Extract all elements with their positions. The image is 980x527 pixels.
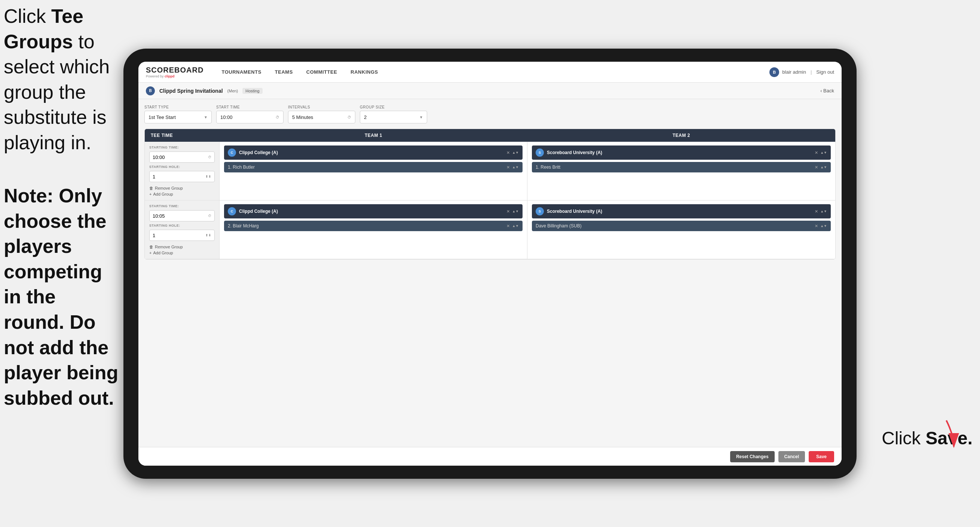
config-row: Start Type 1st Tee Start ▼ Start Time 10… [145, 105, 835, 123]
intervals-select[interactable]: 5 Minutes ⏱ [288, 111, 355, 123]
clippd-label: clippd [165, 75, 175, 78]
start-time-clock-icon: ⏱ [276, 115, 279, 119]
group2-team2-avatar: S [536, 207, 544, 215]
group1-team1: C Clippd College (A) ✕ ▲▼ 1. Rich Butler [220, 142, 527, 200]
group1-team1-card-left: C Clippd College (A) [228, 148, 278, 157]
intervals-clock-icon: ⏱ [347, 115, 351, 119]
group-row-1: STARTING TIME: 10:00 ⏱ STARTING HOLE: 1 … [145, 142, 835, 200]
note-bold: Only choose the players competing in the… [4, 185, 118, 409]
tee-table: Tee Time Team 1 Team 2 STARTING TIME: 10… [145, 129, 835, 260]
group-size-label: Group Size [360, 105, 427, 109]
group2-team2-card[interactable]: S Scoreboard University (A) ✕ ▲▼ [532, 204, 831, 218]
group2-team2-remove-icon[interactable]: ✕ [815, 209, 818, 214]
group2-team2-card-right: ✕ ▲▼ [815, 209, 827, 214]
scoreboard-logo: SCOREBOARD [146, 66, 204, 75]
group2-team2-card-left: S Scoreboard University (A) [536, 207, 602, 215]
nav-tournaments[interactable]: TOURNAMENTS [215, 62, 268, 83]
group2-team2-player-chevron-icon: ▲▼ [820, 224, 827, 228]
group2-team2-player-remove-icon[interactable]: ✕ [815, 224, 818, 229]
group2-start-time-input[interactable]: 10:05 ⏱ [149, 210, 215, 221]
start-type-arrow: ▼ [204, 115, 208, 119]
group2-team2-player-right: ✕ ▲▼ [815, 224, 827, 229]
hosting-badge: Hosting [242, 88, 262, 94]
start-time-label: Start Time [216, 105, 283, 109]
powered-by-label: Powered by [146, 75, 165, 78]
sub-header-left: B Clippd Spring Invitational (Men) Hosti… [146, 86, 262, 96]
back-button[interactable]: ‹ Back [820, 88, 834, 94]
nav-teams[interactable]: TEAMS [268, 62, 300, 83]
group2-add-button[interactable]: + Add Group [149, 251, 215, 255]
nav-items: TOURNAMENTS TEAMS COMMITTEE RANKINGS [215, 62, 769, 83]
group1-team2-card-left: S Scoreboard University (A) [536, 148, 602, 157]
intervals-label: Intervals [288, 105, 355, 109]
group-section-1: STARTING TIME: 10:00 ⏱ STARTING HOLE: 1 … [145, 142, 835, 201]
group2-hole-arrow: ⬆⬇ [205, 233, 212, 237]
group2-team1-card-right: ✕ ▲▼ [506, 209, 519, 214]
plus-icon: + [149, 192, 151, 196]
group1-team1-remove-icon[interactable]: ✕ [506, 150, 510, 155]
group1-team2-player-remove-icon[interactable]: ✕ [815, 165, 818, 170]
navbar: SCOREBOARD Powered by clippd TOURNAMENTS… [138, 62, 842, 83]
group2-team1-chevron-icon: ▲▼ [512, 209, 519, 213]
tournament-name: Clippd Spring Invitational [159, 88, 223, 94]
group2-team1-player-remove-icon[interactable]: ✕ [506, 224, 510, 229]
group1-team1-name: Clippd College (A) [239, 150, 278, 155]
group-size-value: 2 [364, 115, 367, 120]
tournament-avatar: B [146, 86, 155, 96]
note-text: Note: Only choose the players competing … [4, 183, 120, 411]
group1-start-time-input[interactable]: 10:00 ⏱ [149, 151, 215, 163]
group1-actions: 🗑 Remove Group + Add Group [149, 186, 215, 196]
group1-team1-avatar: C [228, 148, 236, 157]
group1-team2-player-card[interactable]: 1. Rees Britt ✕ ▲▼ [532, 162, 831, 172]
group1-start-time-value: 10:00 [153, 154, 165, 160]
start-type-select[interactable]: 1st Tee Start ▼ [145, 111, 212, 123]
nav-rankings[interactable]: RANKINGS [344, 62, 385, 83]
save-button[interactable]: Save [809, 451, 834, 462]
group2-team1-player-card[interactable]: 2. Blair McHarg ✕ ▲▼ [224, 221, 523, 231]
cancel-button[interactable]: Cancel [778, 451, 805, 462]
tablet-screen: SCOREBOARD Powered by clippd TOURNAMENTS… [138, 62, 842, 466]
group2-team2-player-card[interactable]: Dave Billingham (SUB) ✕ ▲▼ [532, 221, 831, 231]
group1-start-hole-value: 1 [153, 174, 155, 180]
group1-remove-button[interactable]: 🗑 Remove Group [149, 186, 215, 190]
start-time-select[interactable]: 10:00 ⏱ [216, 111, 283, 123]
group1-team1-player-remove-icon[interactable]: ✕ [506, 165, 510, 170]
start-type-value: 1st Tee Start [148, 115, 176, 120]
start-time-group: Start Time 10:00 ⏱ [216, 105, 283, 123]
group1-add-button[interactable]: + Add Group [149, 192, 215, 196]
group-size-group: Group Size 2 ▼ [360, 105, 427, 123]
trash-icon: 🗑 [149, 186, 153, 190]
group2-team1-remove-icon[interactable]: ✕ [506, 209, 510, 214]
group1-team2-chevron-icon: ▲▼ [820, 151, 827, 154]
group1-team2-player-right: ✕ ▲▼ [815, 165, 827, 170]
group1-team2-remove-icon[interactable]: ✕ [815, 150, 818, 155]
group-section-2: STARTING TIME: 10:05 ⏱ STARTING HOLE: 1 … [145, 201, 835, 259]
start-type-label: Start Type [145, 105, 212, 109]
group2-remove-label: Remove Group [155, 245, 183, 249]
group2-team1-card[interactable]: C Clippd College (A) ✕ ▲▼ [224, 204, 523, 218]
group2-start-hole-input[interactable]: 1 ⬆⬇ [149, 230, 215, 241]
group2-team1-name: Clippd College (A) [239, 209, 278, 214]
group1-team1-player-name: 1. Rich Butler [228, 165, 255, 170]
group1-team2-card[interactable]: S Scoreboard University (A) ✕ ▲▼ [532, 145, 831, 160]
tablet-frame: SCOREBOARD Powered by clippd TOURNAMENTS… [123, 49, 857, 479]
group-row-2: STARTING TIME: 10:05 ⏱ STARTING HOLE: 1 … [145, 201, 835, 259]
gender-badge: (Men) [228, 89, 238, 93]
group2-remove-button[interactable]: 🗑 Remove Group [149, 245, 215, 249]
tee-table-header: Tee Time Team 1 Team 2 [145, 129, 835, 142]
nav-committee[interactable]: COMMITTEE [300, 62, 344, 83]
group1-team1-player-card[interactable]: 1. Rich Butler ✕ ▲▼ [224, 162, 523, 172]
group1-team1-card[interactable]: C Clippd College (A) ✕ ▲▼ [224, 145, 523, 160]
group1-start-hole-input[interactable]: 1 ⬆⬇ [149, 171, 215, 182]
group1-team2: S Scoreboard University (A) ✕ ▲▼ 1. Rees… [527, 142, 835, 200]
group2-team2-chevron-icon: ▲▼ [820, 209, 827, 213]
group1-start-hole-label: STARTING HOLE: [149, 165, 215, 169]
group2-team2: S Scoreboard University (A) ✕ ▲▼ Dave Bi… [527, 201, 835, 259]
reset-changes-button[interactable]: Reset Changes [730, 451, 775, 462]
group-size-select[interactable]: 2 ▼ [360, 111, 427, 123]
group2-start-time-label: STARTING TIME: [149, 204, 215, 208]
sign-out-link[interactable]: Sign out [816, 69, 834, 75]
group1-team2-avatar: S [536, 148, 544, 157]
intervals-group: Intervals 5 Minutes ⏱ [288, 105, 355, 123]
group1-team1-player-chevron-icon: ▲▼ [512, 165, 519, 169]
